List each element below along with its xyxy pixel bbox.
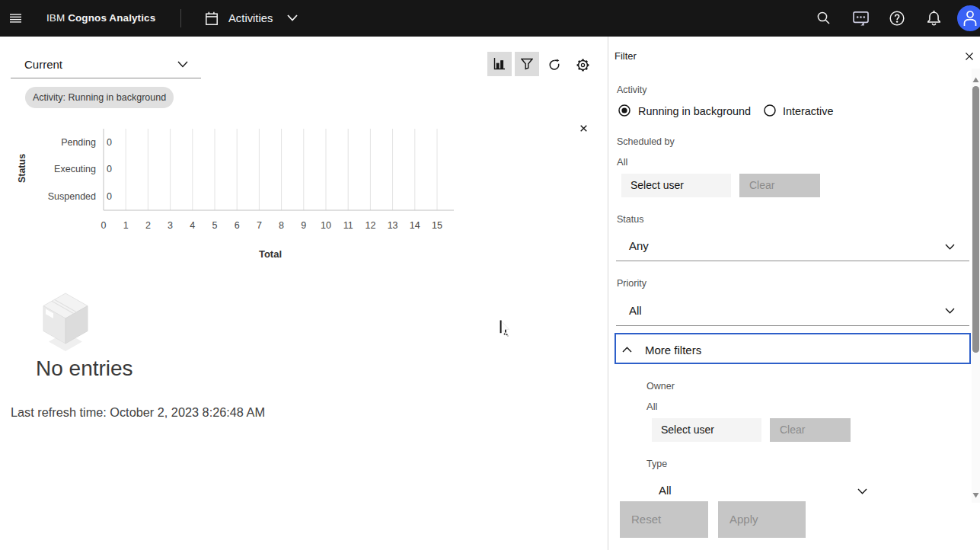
svg-text:6: 6: [235, 220, 240, 231]
svg-text:7: 7: [257, 220, 262, 231]
svg-text:12: 12: [365, 220, 375, 231]
svg-text:9: 9: [301, 220, 306, 231]
svg-text:8: 8: [279, 220, 284, 231]
svg-text:0: 0: [101, 220, 107, 231]
svg-text:Pending: Pending: [61, 137, 96, 148]
svg-text:4: 4: [190, 220, 195, 231]
svg-text:14: 14: [410, 220, 420, 231]
svg-text:13: 13: [388, 220, 398, 231]
svg-text:11: 11: [343, 220, 353, 231]
svg-text:Executing: Executing: [54, 164, 96, 174]
svg-text:2: 2: [145, 220, 151, 231]
svg-text:Suspended: Suspended: [48, 191, 96, 202]
svg-text:10: 10: [321, 220, 331, 231]
svg-text:3: 3: [168, 220, 173, 231]
svg-text:1: 1: [123, 220, 129, 231]
svg-text:0: 0: [107, 164, 112, 174]
svg-text:15: 15: [432, 220, 442, 231]
svg-text:0: 0: [107, 191, 112, 202]
svg-text:5: 5: [212, 220, 218, 231]
svg-text:0: 0: [107, 137, 112, 148]
